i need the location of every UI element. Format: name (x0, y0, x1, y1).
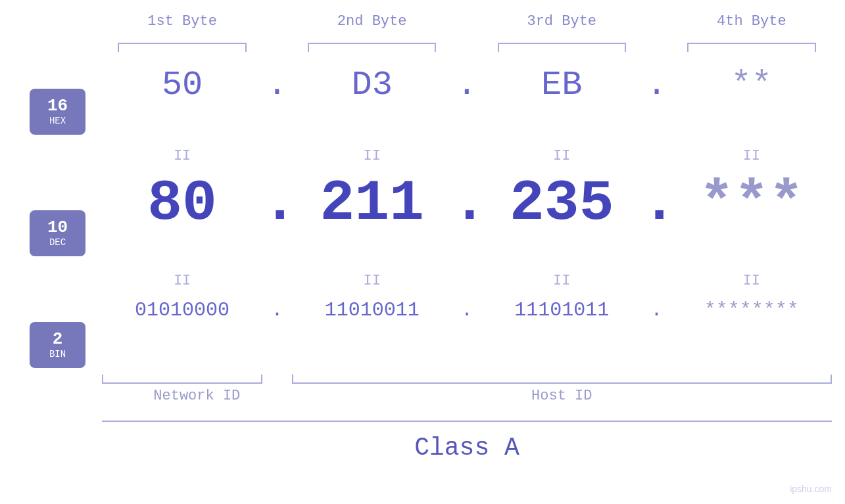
dot-hex-2: . (456, 66, 477, 104)
sep1-b4: II (743, 148, 760, 164)
byte-headers-row: 1st Byte 2nd Byte 3rd Byte 4th Byte (102, 13, 832, 30)
hex-b3: EB (541, 66, 582, 104)
class-label-row: Class A (102, 434, 832, 462)
hex-b1: 50 (162, 66, 203, 104)
dot-bin-1: . (271, 299, 283, 321)
dot-hex-3: . (646, 66, 667, 104)
page: 16 HEX 10 DEC 2 BIN 1st Byte 2nd Byte 3r… (0, 0, 845, 504)
class-line (102, 421, 832, 422)
byte2-header: 2nd Byte (337, 13, 407, 30)
byte4-header: 4th Byte (717, 13, 786, 30)
bracket-top-1 (118, 43, 246, 52)
bracket-bottom-network (102, 375, 262, 384)
hex-values-row: 50 . D3 . EB . ** (102, 66, 832, 104)
dot-bin-3: . (651, 299, 663, 321)
host-id-label: Host ID (292, 388, 832, 404)
bracket-top-4 (687, 43, 815, 52)
class-label: Class A (414, 434, 519, 462)
bracket-top-3 (498, 43, 626, 52)
dec-b1: 80 (147, 171, 217, 236)
sep2-b1: II (174, 273, 191, 289)
bin-values-row: 01010000 . 11010011 . 11101011 . *******… (102, 299, 832, 321)
dec-b4: *** (700, 171, 804, 236)
byte1-header: 1st Byte (147, 13, 217, 30)
id-labels-row: Network ID Host ID (102, 388, 832, 404)
sep2-b2: II (363, 273, 380, 289)
sep1-b2: II (363, 148, 380, 164)
dec-badge-label: DEC (49, 237, 66, 248)
byte3-header: 3rd Byte (527, 13, 596, 30)
dec-b3: 235 (510, 171, 614, 236)
bottom-brackets-row (102, 375, 832, 384)
sep2-b3: II (553, 273, 570, 289)
hex-badge: 16 HEX (30, 89, 85, 135)
bin-b2: 11010011 (325, 299, 420, 321)
dec-values-row: 80 . 211 . 235 . *** (102, 171, 832, 236)
hex-b2: D3 (351, 66, 392, 104)
dec-badge: 10 DEC (30, 210, 85, 256)
bin-b4: ******** (704, 299, 799, 321)
separator-row-2: II II II II (102, 273, 832, 289)
dec-badge-number: 10 (47, 219, 68, 236)
bracket-top-2 (308, 43, 436, 52)
watermark: ipshu.com (790, 484, 832, 494)
separator-row-1: II II II II (102, 148, 832, 164)
network-id-label: Network ID (102, 388, 292, 404)
dot-bin-2: . (461, 299, 473, 321)
top-brackets-row (102, 43, 832, 52)
sep1-b1: II (174, 148, 191, 164)
bracket-bottom-host (292, 375, 832, 384)
sep1-b3: II (553, 148, 570, 164)
bin-b1: 01010000 (135, 299, 229, 321)
hex-b4: ** (731, 66, 772, 104)
dot-hex-1: . (267, 66, 287, 104)
bin-badge-number: 2 (53, 331, 63, 348)
bin-b3: 11101011 (514, 299, 609, 321)
sep2-b4: II (743, 273, 760, 289)
bin-badge-label: BIN (49, 349, 66, 359)
bin-badge: 2 BIN (30, 322, 85, 368)
class-divider (102, 421, 832, 422)
hex-badge-number: 16 (47, 97, 68, 114)
hex-badge-label: HEX (49, 116, 66, 126)
dec-b2: 211 (320, 171, 423, 236)
